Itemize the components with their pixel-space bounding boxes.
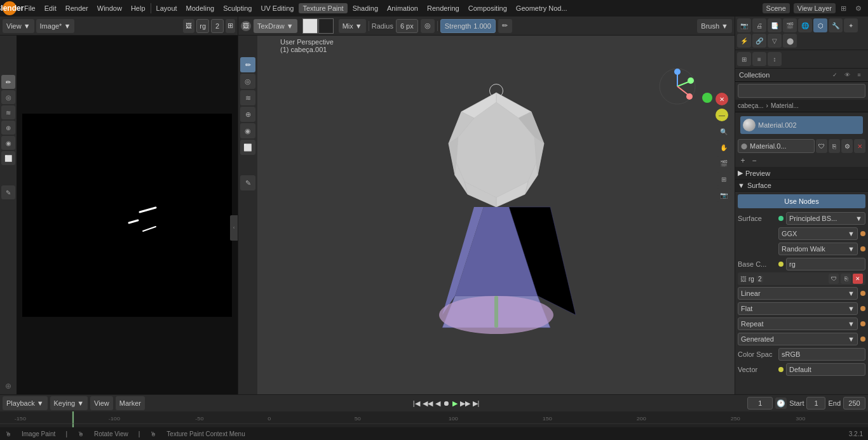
menu-file[interactable]: File [20,3,39,13]
menu-help[interactable]: Help [127,3,149,13]
shield-icon[interactable]: 🛡 [816,139,827,153]
image-type-selector[interactable]: 🖼 [183,19,194,33]
collection-eye-icon[interactable]: 👁 [842,70,852,80]
settings-icon[interactable]: ⚙ [851,3,865,14]
collection-check-icon[interactable]: ✓ [830,70,840,80]
sort-icon[interactable]: ↕ [768,52,782,66]
soften-tool-btn[interactable]: ◎ [1,90,15,104]
clone-tool[interactable]: ⊕ [240,107,255,122]
expand-icon[interactable]: ⊞ [837,3,850,14]
menu-window[interactable]: Window [93,3,126,13]
source-dropdown[interactable]: Generated ▼ [738,333,858,345]
paint-brush-tool[interactable]: ✏ [240,57,255,72]
radius-input[interactable]: 6 px [396,19,418,33]
scene-label[interactable]: Scene [763,3,790,13]
zoom-icon[interactable]: 🔍 [717,124,731,138]
add-material-btn[interactable]: + [738,156,748,166]
subsurface-dropdown[interactable]: Random Walk ▼ [778,243,858,255]
workspace-compositing[interactable]: Compositing [465,3,511,13]
brush-btn[interactable]: Brush ▼ [697,19,732,33]
shield-tex-icon[interactable]: 🛡 [829,274,839,284]
vector-value[interactable]: Default [786,363,865,376]
extension-dropdown[interactable]: Repeat ▼ [738,317,858,330]
physics-icon[interactable]: ⚡ [737,34,751,48]
breadcrumb-root[interactable]: cabeça... [738,102,764,109]
camera-view-icon[interactable]: 📷 [717,188,731,202]
object-properties-icon[interactable]: ⬡ [813,18,827,32]
draw-tool-btn[interactable]: ✏ [1,75,15,89]
clone-tool-btn[interactable]: ⊕ [1,121,15,135]
workspace-texture-paint[interactable]: Texture Paint [299,3,347,13]
extra-paint-tool[interactable]: ✎ [240,175,255,190]
grid-icon[interactable]: ⊞ [717,172,731,186]
foreground-color[interactable] [302,18,318,34]
settings-icon2[interactable]: ⚙ [841,139,853,153]
view-settings-icon[interactable]: ⊞ [737,52,751,66]
workspace-rendering[interactable]: Rendering [423,3,463,13]
workspace-modeling[interactable]: Modeling [182,3,219,13]
background-color[interactable] [318,18,334,34]
smear-tool[interactable]: ≋ [240,90,255,105]
soften-tool[interactable]: ◎ [240,74,255,89]
material-search[interactable] [738,84,865,98]
color-swatches[interactable] [302,18,334,34]
yellow-dot[interactable]: — [715,109,728,121]
modifier-icon[interactable]: 🔧 [829,18,843,32]
smear-tool-btn[interactable]: ≋ [1,105,15,119]
extra-tool-btn[interactable]: ✎ [1,185,15,199]
scene-icon[interactable]: 🎬 [783,18,797,32]
projection-dropdown[interactable]: Flat ▼ [738,302,858,315]
jump-end-icon[interactable]: ▶| [473,399,480,408]
view-layer-label[interactable]: View Layer [794,3,836,13]
material-icon[interactable]: ⬤ [783,34,797,48]
copy-tex-icon[interactable]: ⎘ [841,274,851,284]
strength-display[interactable]: Strength 1.000 [440,19,496,33]
menu-render[interactable]: Render [62,3,92,13]
material-item-002[interactable]: Material.002 [740,116,863,134]
workspace-animation[interactable]: Animation [383,3,422,13]
distribution-dropdown[interactable]: GGX ▼ [778,227,858,240]
end-frame-input[interactable]: 250 [843,397,865,410]
start-frame-input[interactable]: 1 [806,397,825,410]
timeline-area[interactable]: -150 -100 -50 0 50 100 150 200 250 300 [0,411,868,427]
breadcrumb-child[interactable]: Material... [771,102,799,109]
collection-filter-icon[interactable]: ≡ [854,70,864,80]
delete-material-icon[interactable]: ✕ [854,139,865,153]
view-menu-timeline-btn[interactable]: View [90,396,113,410]
render-icon[interactable]: 📷 [737,18,751,32]
image-menu-btn[interactable]: Image* ▼ [36,19,75,33]
step-forward-icon[interactable]: ▶▶ [460,399,470,408]
color-space-value[interactable]: sRGB [778,348,865,361]
copy-icon[interactable]: ⎘ [829,139,840,153]
workspace-geometry-nodes[interactable]: Geometry Nod... [512,3,571,13]
filter-icon[interactable]: ≡ [752,52,766,66]
view-controls[interactable]: ⊞ [226,19,235,33]
playback-menu-btn[interactable]: Playback ▼ [3,396,48,410]
data-icon[interactable]: ▽ [768,34,782,48]
clock-icon[interactable]: 🕐 [775,397,787,409]
strength-picker-icon[interactable]: ✏ [498,19,512,33]
world-icon[interactable]: 🌐 [798,18,812,32]
fill-tool-btn[interactable]: ◉ [1,136,15,150]
workspace-uv-editing[interactable]: UV Editing [257,3,297,13]
workspace-sculpting[interactable]: Sculpting [219,3,255,13]
film-icon[interactable]: 🎬 [717,156,731,170]
interpolation-dropdown[interactable]: Linear ▼ [738,287,858,300]
base-color-value[interactable]: rg [786,258,865,270]
use-nodes-btn[interactable]: Use Nodes [738,194,865,208]
step-back-icon[interactable]: ◀◀ [423,399,433,408]
fill-tool[interactable]: ◉ [240,123,255,138]
jump-start-icon[interactable]: |◀ [413,399,420,408]
remove-material-btn[interactable]: − [749,156,759,166]
marker-menu-btn[interactable]: Marker [116,396,145,410]
mask-tool-btn[interactable]: ⬜ [1,151,15,165]
workspace-shading[interactable]: Shading [349,3,382,13]
pan-icon[interactable]: ✋ [717,140,731,154]
right-collapse-btn[interactable]: ‹ [230,215,238,241]
play-back-icon[interactable]: ◀ [435,399,440,408]
play-icon[interactable]: ▶ [452,399,458,408]
current-frame-input[interactable]: 1 [747,397,773,410]
channel-input[interactable]: rg [196,19,209,33]
particles-icon[interactable]: ✦ [844,18,858,32]
preview-section-header[interactable]: ▶ Preview [735,167,868,180]
